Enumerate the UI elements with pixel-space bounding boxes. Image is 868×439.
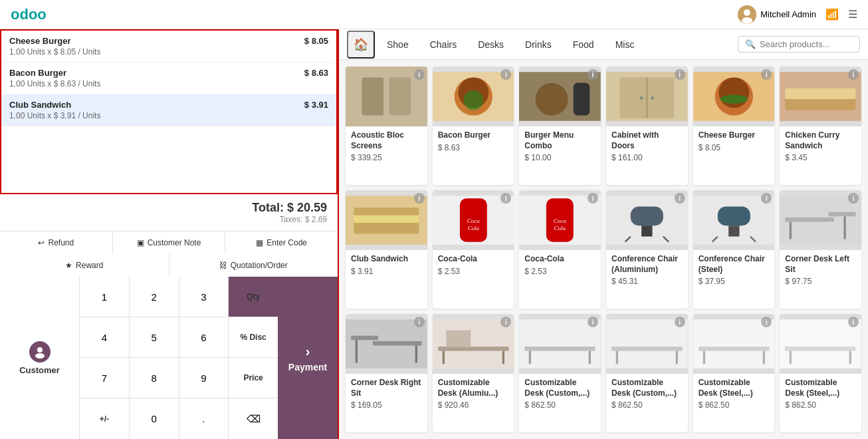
numkey-qty[interactable]: Qty <box>229 277 278 317</box>
product-customizable-desk-custom-1[interactable]: i Customizable Desk (Custom,...) $ 862.5… <box>519 314 601 432</box>
product-info: Customizable Desk (Steel,...) $ 862.50 <box>780 374 861 414</box>
numkey-7[interactable]: 7 <box>80 358 129 398</box>
product-corner-desk-right[interactable]: i Corner Desk Right Sit $ 169.05 <box>346 314 427 432</box>
svg-point-4 <box>35 353 45 359</box>
refund-button[interactable]: ↩ Refund <box>0 231 112 254</box>
product-name: Corner Desk Right Sit <box>351 378 422 398</box>
info-badge: i <box>414 69 425 80</box>
svg-rect-73 <box>699 347 769 351</box>
info-badge: i <box>675 69 685 80</box>
numkey-disc[interactable]: % Disc <box>229 317 278 357</box>
product-cabinet-doors[interactable]: i Cabinet with Doors $ 161.00 <box>606 67 688 185</box>
numkey-price[interactable]: Price <box>229 358 278 398</box>
info-badge: i <box>675 317 685 327</box>
svg-rect-45 <box>717 207 750 226</box>
product-info: Customizable Desk (Custom,...) $ 862.50 <box>606 374 688 414</box>
numkey-6[interactable]: 6 <box>179 317 229 357</box>
wifi-icon[interactable]: 📶 <box>825 8 839 21</box>
payment-button[interactable]: › Payment <box>278 277 338 439</box>
svg-rect-76 <box>780 319 861 368</box>
order-items-list: Cheese Burger $ 8.05 1.00 Units x $ 8.05… <box>0 29 338 194</box>
numkey-3[interactable]: 3 <box>179 277 229 317</box>
svg-text:Coca: Coca <box>554 218 566 224</box>
product-name: Bacon Burger <box>438 130 509 141</box>
customer-button[interactable]: Customer <box>0 277 80 439</box>
product-corner-desk-left[interactable]: i Corner Desk Left Sit $ 97.75 <box>780 190 861 309</box>
product-customizable-desk-steel-2[interactable]: i Customizable Desk (Steel,...) $ 862.50 <box>780 314 861 432</box>
order-item-club-sandwich[interactable]: Club Sandwich $ 3.91 1.00 Units x $ 3.91… <box>1 94 336 126</box>
category-food[interactable]: Food <box>564 35 603 54</box>
svg-rect-69 <box>611 347 682 351</box>
product-cheese-burger[interactable]: i Cheese Burger $ 8.05 <box>693 67 775 185</box>
hamburger-menu-icon[interactable]: ☰ <box>848 8 857 21</box>
product-name: Conference Chair (Aluminium) <box>611 254 683 275</box>
product-name: Coca-Cola <box>438 254 509 265</box>
item-price: $ 8.05 <box>304 36 328 46</box>
product-burger-menu-combo[interactable]: i Burger Menu Combo $ 10.00 <box>519 67 601 185</box>
numkey-backspace[interactable]: ⌫ <box>229 398 278 439</box>
category-shoe[interactable]: Shoe <box>378 35 418 54</box>
numkey-dot[interactable]: . <box>179 398 229 439</box>
product-customizable-desk-alum[interactable]: i Customizable Desk (Alumiu...) $ 920.46 <box>433 314 514 432</box>
product-name: Cabinet with Doors <box>611 130 683 151</box>
info-badge: i <box>414 317 425 327</box>
numkey-9[interactable]: 9 <box>179 358 229 398</box>
category-drinks[interactable]: Drinks <box>516 35 561 54</box>
numkey-0[interactable]: 0 <box>130 398 179 439</box>
order-item-cheese-burger[interactable]: Cheese Burger $ 8.05 1.00 Units x $ 8.05… <box>1 31 336 63</box>
search-input[interactable] <box>760 39 853 49</box>
product-customizable-desk-steel-1[interactable]: i Customizable Desk (Steel,...) $ 862.50 <box>693 314 775 432</box>
svg-rect-59 <box>433 319 514 368</box>
svg-rect-77 <box>786 347 856 351</box>
svg-rect-55 <box>351 336 378 341</box>
product-price: $ 8.05 <box>699 143 770 152</box>
category-chairs[interactable]: Chairs <box>421 35 466 54</box>
item-detail: 1.00 Units x $ 8.63 / Units <box>9 79 328 88</box>
product-chicken-curry-sandwich[interactable]: i Chicken Curry Sandwich $ 3.45 <box>780 67 861 185</box>
customer-note-button[interactable]: ▣ Customer Note <box>113 231 225 254</box>
numkey-8[interactable]: 8 <box>130 358 179 398</box>
numkey-1[interactable]: 1 <box>80 277 129 317</box>
product-bacon-burger[interactable]: i Bacon Burger $ 8.63 <box>433 67 514 185</box>
product-price: $ 45.31 <box>611 277 683 286</box>
svg-rect-26 <box>786 88 856 99</box>
category-desks[interactable]: Desks <box>469 35 513 54</box>
enter-code-button[interactable]: ▦ Enter Code <box>225 231 338 254</box>
numkey-2[interactable]: 2 <box>130 277 179 317</box>
category-misc[interactable]: Misc <box>606 35 644 54</box>
product-name: Acoustic Bloc Screens <box>351 130 422 151</box>
info-badge: i <box>588 193 598 204</box>
svg-rect-7 <box>389 77 411 115</box>
svg-point-13 <box>536 83 568 116</box>
totals-section: Total: $ 20.59 Taxes: $ 2.69 <box>0 194 338 231</box>
numkey-plusminus[interactable]: +/- <box>80 398 129 439</box>
order-item-bacon-burger[interactable]: Bacon Burger $ 8.63 1.00 Units x $ 8.63 … <box>1 63 336 94</box>
svg-rect-64 <box>519 319 601 368</box>
quotation-button[interactable]: ⛓ Quotation/Order <box>169 254 338 277</box>
reward-button[interactable]: ★ Reward <box>0 254 169 277</box>
product-name: Club Sandwich <box>351 254 422 265</box>
product-club-sandwich[interactable]: i Club Sandwich $ 3.91 <box>346 190 427 309</box>
numpad: 1 2 3 Qty 4 5 6 % Disc 7 8 9 Price +/- 0… <box>80 277 278 439</box>
star-icon: ★ <box>65 261 72 270</box>
item-name: Cheese Burger <box>9 36 70 46</box>
product-coca-cola-1[interactable]: CocaCola i Coca-Cola $ 2.53 <box>433 190 514 309</box>
product-conference-chair-steel[interactable]: i Conference Chair (Steel) $ 37.95 <box>693 190 775 309</box>
svg-rect-51 <box>829 212 856 217</box>
product-name: Customizable Desk (Custom,...) <box>524 378 596 398</box>
svg-point-19 <box>651 96 654 100</box>
product-name: Chicken Curry Sandwich <box>785 130 856 151</box>
top-bar: odoo Mitchell Admin 📶 ☰ <box>0 0 868 29</box>
home-button[interactable]: 🏠 <box>347 31 375 59</box>
numkey-5[interactable]: 5 <box>130 317 179 357</box>
search-box[interactable]: 🔍 <box>738 36 860 53</box>
product-price: $ 169.05 <box>351 400 422 410</box>
odoo-logo: odoo <box>11 6 47 23</box>
action-buttons: ↩ Refund ▣ Customer Note ▦ Enter Code <box>0 231 338 254</box>
product-conference-chair-aluminium[interactable]: i Conference Chair (Aluminium) $ 45.31 <box>606 190 688 309</box>
numkey-4[interactable]: 4 <box>80 317 129 357</box>
product-coca-cola-2[interactable]: CocaCola i Coca-Cola $ 2.53 <box>519 190 601 309</box>
product-customizable-desk-custom-2[interactable]: i Customizable Desk (Custom,...) $ 862.5… <box>606 314 688 432</box>
product-acoustic-bloc-screens[interactable]: i Acoustic Bloc Screens $ 339.25 <box>346 67 427 185</box>
left-panel: Cheese Burger $ 8.05 1.00 Units x $ 8.05… <box>0 29 339 439</box>
